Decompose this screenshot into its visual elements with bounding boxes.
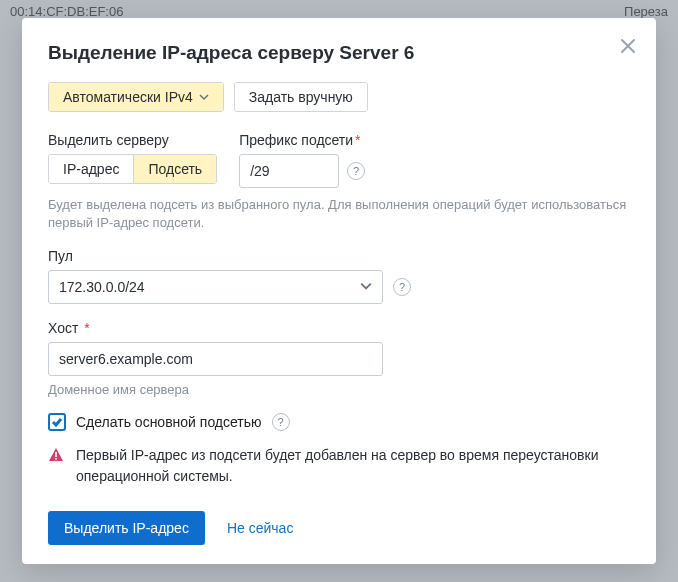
cancel-button[interactable]: Не сейчас bbox=[227, 520, 293, 536]
warning-text: Первый IP-адрес из подсети будет добавле… bbox=[76, 445, 630, 487]
svg-rect-1 bbox=[55, 458, 57, 460]
mode-manual-label: Задать вручную bbox=[249, 89, 353, 105]
host-hint: Доменное имя сервера bbox=[48, 382, 630, 397]
close-icon bbox=[618, 43, 638, 59]
mode-auto-label: Автоматически IPv4 bbox=[63, 89, 193, 105]
prefix-label: Префикс подсети* bbox=[239, 132, 365, 148]
svg-rect-0 bbox=[55, 452, 57, 457]
help-icon[interactable]: ? bbox=[347, 162, 365, 180]
required-asterisk: * bbox=[84, 320, 89, 336]
modal-title: Выделение IP-адреса серверу Server 6 bbox=[48, 42, 630, 64]
alloc-label: Выделить серверу bbox=[48, 132, 217, 148]
allocate-ip-modal: Выделение IP-адреса серверу Server 6 Авт… bbox=[22, 18, 656, 564]
pool-select[interactable]: 172.30.0.0/24 bbox=[48, 270, 383, 304]
host-label-text: Хост bbox=[48, 320, 78, 336]
required-asterisk: * bbox=[355, 132, 360, 148]
host-label: Хост * bbox=[48, 320, 630, 336]
prefix-label-text: Префикс подсети bbox=[239, 132, 353, 148]
alloc-ip-label: IP-адрес bbox=[63, 161, 119, 177]
pool-label: Пул bbox=[48, 248, 630, 264]
warning-icon bbox=[48, 447, 64, 466]
alloc-subnet-label: Подсеть bbox=[148, 161, 202, 177]
submit-button[interactable]: Выделить IP-адрес bbox=[48, 511, 205, 545]
mode-manual-button[interactable]: Задать вручную bbox=[234, 82, 368, 112]
subnet-hint: Будет выделена подсеть из выбранного пул… bbox=[48, 196, 630, 232]
help-icon[interactable]: ? bbox=[393, 278, 411, 296]
host-input[interactable] bbox=[48, 342, 383, 376]
prefix-input[interactable] bbox=[239, 154, 339, 188]
primary-subnet-label: Сделать основной подсетью bbox=[76, 414, 262, 430]
mode-auto-button[interactable]: Автоматически IPv4 bbox=[48, 82, 224, 112]
check-icon bbox=[51, 416, 63, 428]
help-icon[interactable]: ? bbox=[272, 413, 290, 431]
alloc-ip-option[interactable]: IP-адрес bbox=[49, 155, 133, 183]
close-button[interactable] bbox=[618, 36, 638, 59]
primary-subnet-checkbox[interactable] bbox=[48, 413, 66, 431]
chevron-down-icon bbox=[199, 89, 209, 105]
alloc-subnet-option[interactable]: Подсеть bbox=[133, 155, 216, 183]
